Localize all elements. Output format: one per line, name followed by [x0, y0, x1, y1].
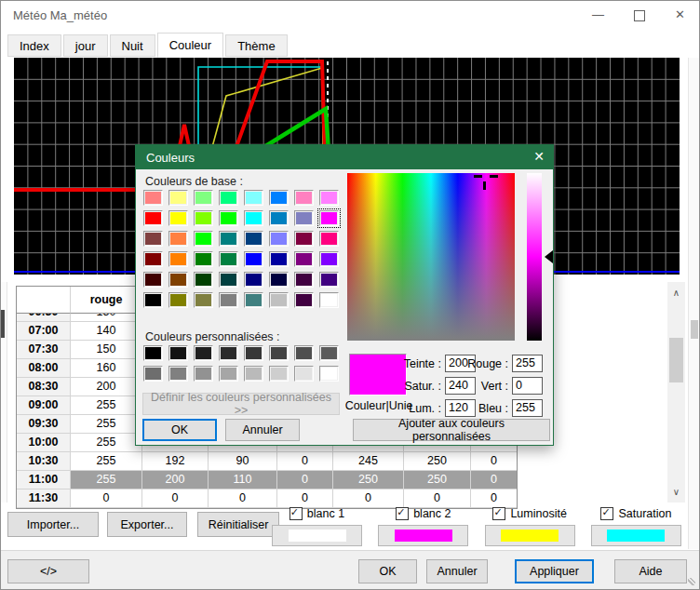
value-cell[interactable]: 0: [471, 452, 517, 471]
table-row[interactable]: 11:0025520011002502500: [17, 471, 517, 489]
help-button[interactable]: Aide: [614, 559, 687, 583]
color-swatch[interactable]: [219, 210, 238, 226]
value-cell[interactable]: 255: [71, 471, 142, 489]
color-swatch[interactable]: [269, 345, 289, 361]
color-swatch[interactable]: [143, 345, 163, 361]
tab-couleur[interactable]: Couleur: [157, 33, 224, 58]
close-icon[interactable]: ✕: [675, 7, 685, 21]
time-cell[interactable]: 11:00: [17, 471, 71, 489]
color-swatch[interactable]: [269, 272, 289, 288]
value-cell[interactable]: 192: [142, 452, 209, 471]
color-swatch[interactable]: [168, 251, 188, 267]
color-swatch[interactable]: [168, 231, 188, 247]
color-swatch[interactable]: [319, 231, 339, 247]
checkbox[interactable]: ✓: [396, 507, 409, 520]
color-picker-button[interactable]: [378, 525, 468, 546]
color-swatch[interactable]: [194, 366, 213, 382]
value-cell[interactable]: 150: [71, 341, 142, 359]
color-swatch[interactable]: [244, 251, 263, 267]
left-scrollbar[interactable]: [0, 282, 7, 503]
left-scrollbar-thumb[interactable]: [1, 310, 5, 338]
value-cell[interactable]: 200: [71, 378, 142, 396]
time-cell[interactable]: 08:00: [17, 359, 71, 378]
tab-nuit[interactable]: Nuit: [110, 34, 155, 57]
color-swatch[interactable]: [194, 345, 213, 361]
color-swatch[interactable]: [168, 292, 188, 308]
color-swatch[interactable]: [194, 190, 213, 206]
time-cell[interactable]: 07:00: [17, 322, 71, 341]
value-cell[interactable]: 0: [471, 471, 517, 489]
maximize-icon[interactable]: [634, 10, 645, 21]
color-swatch[interactable]: [219, 345, 238, 361]
table-scrollbar-thumb[interactable]: [669, 338, 683, 382]
color-swatch[interactable]: [269, 190, 289, 206]
color-swatch[interactable]: [168, 210, 188, 226]
checkbox[interactable]: ✓: [600, 507, 613, 520]
color-swatch[interactable]: [269, 231, 289, 247]
value-cell[interactable]: 110: [209, 471, 277, 489]
color-swatch[interactable]: [143, 272, 163, 288]
dialog-title-bar[interactable]: Couleurs ✕: [136, 145, 553, 169]
value-cell[interactable]: 0: [277, 471, 333, 489]
color-swatch[interactable]: [219, 366, 238, 382]
color-swatch[interactable]: [168, 366, 188, 382]
value-cell[interactable]: 255: [71, 415, 142, 434]
color-swatch[interactable]: [294, 210, 314, 226]
time-cell[interactable]: 10:00: [17, 434, 71, 452]
ok-button[interactable]: OK: [358, 559, 417, 583]
red-input[interactable]: 255: [512, 355, 543, 372]
time-cell[interactable]: 10:30: [17, 452, 71, 471]
time-cell[interactable]: 06:30: [17, 314, 71, 322]
checkbox[interactable]: ✓: [492, 507, 505, 520]
outer-scrollbar-thumb[interactable]: [691, 320, 698, 339]
color-swatch[interactable]: [194, 210, 213, 226]
value-cell[interactable]: 250: [404, 471, 471, 489]
cancel-button[interactable]: Annuler: [426, 559, 488, 583]
value-cell[interactable]: 0: [71, 489, 142, 508]
color-swatch[interactable]: [319, 190, 339, 206]
color-swatch[interactable]: [219, 251, 238, 267]
color-swatch[interactable]: [319, 345, 339, 361]
green-input[interactable]: 0: [512, 377, 543, 395]
color-swatch[interactable]: [143, 366, 163, 382]
table-scrollbar[interactable]: ∧ ∨: [667, 282, 685, 503]
time-cell[interactable]: 08:30: [17, 378, 71, 396]
color-picker-button[interactable]: [272, 525, 362, 546]
value-cell[interactable]: 255: [71, 452, 142, 471]
color-swatch[interactable]: [244, 345, 263, 361]
color-swatch[interactable]: [269, 292, 289, 308]
color-swatch[interactable]: [194, 231, 213, 247]
color-swatch[interactable]: [219, 272, 238, 288]
color-swatch[interactable]: [319, 210, 339, 226]
color-swatch[interactable]: [294, 231, 314, 247]
color-swatch[interactable]: [143, 190, 163, 206]
color-swatch[interactable]: [269, 366, 289, 382]
time-cell[interactable]: 09:30: [17, 415, 71, 434]
tab-index[interactable]: Index: [7, 34, 61, 57]
color-swatch[interactable]: [143, 210, 163, 226]
export-button[interactable]: Exporter...: [107, 512, 187, 537]
value-cell[interactable]: 90: [209, 452, 277, 471]
tab-jour[interactable]: jour: [63, 34, 108, 57]
color-swatch[interactable]: [194, 272, 213, 288]
blue-input[interactable]: 255: [512, 399, 543, 417]
table-row[interactable]: 10:302551929002452500: [17, 452, 517, 471]
color-swatch[interactable]: [294, 292, 314, 308]
import-button[interactable]: Importer...: [7, 512, 99, 537]
value-cell[interactable]: 160: [71, 359, 142, 378]
time-cell[interactable]: 07:30: [17, 341, 71, 359]
checkbox[interactable]: ✓: [289, 507, 303, 520]
define-custom-colors-button[interactable]: Définir les couleurs personnalisées >>: [142, 393, 340, 415]
dialog-ok-button[interactable]: OK: [142, 419, 217, 441]
color-swatch[interactable]: [294, 272, 314, 288]
scroll-down-icon[interactable]: ∨: [667, 487, 685, 497]
outer-scrollbar[interactable]: [688, 58, 700, 549]
time-cell[interactable]: 09:00: [17, 396, 71, 415]
color-swatch[interactable]: [319, 251, 339, 267]
color-swatch[interactable]: [244, 272, 263, 288]
scroll-up-icon[interactable]: ∧: [667, 288, 685, 298]
color-swatch[interactable]: [244, 210, 263, 226]
color-swatch[interactable]: [194, 251, 213, 267]
color-picker-button[interactable]: [485, 525, 575, 546]
color-swatch[interactable]: [319, 292, 339, 308]
